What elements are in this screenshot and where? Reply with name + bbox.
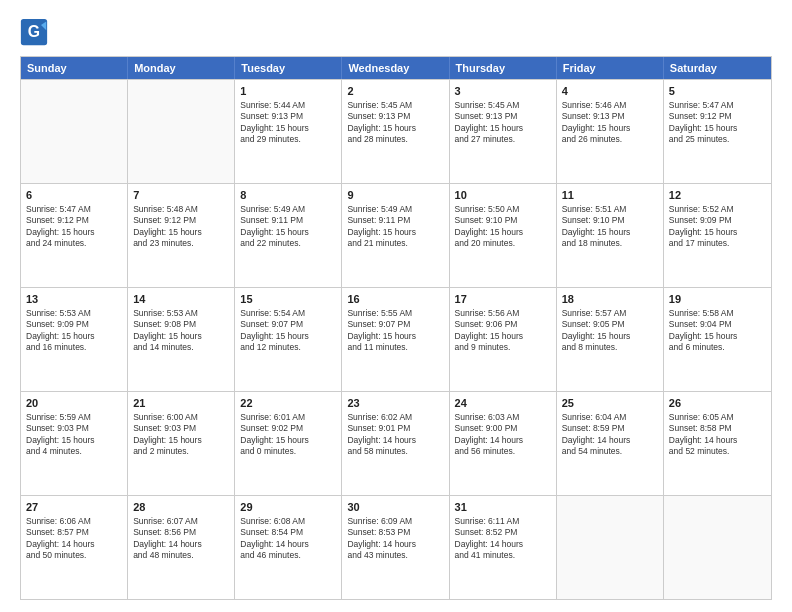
day-number: 8 <box>240 188 336 203</box>
calendar-body: 1Sunrise: 5:44 AM Sunset: 9:13 PM Daylig… <box>21 79 771 599</box>
day-number: 12 <box>669 188 766 203</box>
day-cell-21: 21Sunrise: 6:00 AM Sunset: 9:03 PM Dayli… <box>128 392 235 495</box>
day-info: Sunrise: 5:47 AM Sunset: 9:12 PM Dayligh… <box>26 204 122 250</box>
day-cell-18: 18Sunrise: 5:57 AM Sunset: 9:05 PM Dayli… <box>557 288 664 391</box>
day-number: 15 <box>240 292 336 307</box>
day-info: Sunrise: 5:57 AM Sunset: 9:05 PM Dayligh… <box>562 308 658 354</box>
day-info: Sunrise: 6:11 AM Sunset: 8:52 PM Dayligh… <box>455 516 551 562</box>
day-cell-6: 6Sunrise: 5:47 AM Sunset: 9:12 PM Daylig… <box>21 184 128 287</box>
day-number: 21 <box>133 396 229 411</box>
page: G SundayMondayTuesdayWednesdayThursdayFr… <box>0 0 792 612</box>
header-cell-tuesday: Tuesday <box>235 57 342 79</box>
calendar-header: SundayMondayTuesdayWednesdayThursdayFrid… <box>21 57 771 79</box>
day-info: Sunrise: 5:45 AM Sunset: 9:13 PM Dayligh… <box>455 100 551 146</box>
day-cell-5: 5Sunrise: 5:47 AM Sunset: 9:12 PM Daylig… <box>664 80 771 183</box>
day-number: 9 <box>347 188 443 203</box>
day-number: 28 <box>133 500 229 515</box>
empty-cell <box>128 80 235 183</box>
day-info: Sunrise: 5:58 AM Sunset: 9:04 PM Dayligh… <box>669 308 766 354</box>
day-info: Sunrise: 5:56 AM Sunset: 9:06 PM Dayligh… <box>455 308 551 354</box>
day-cell-20: 20Sunrise: 5:59 AM Sunset: 9:03 PM Dayli… <box>21 392 128 495</box>
calendar-row-5: 27Sunrise: 6:06 AM Sunset: 8:57 PM Dayli… <box>21 495 771 599</box>
day-cell-13: 13Sunrise: 5:53 AM Sunset: 9:09 PM Dayli… <box>21 288 128 391</box>
day-number: 22 <box>240 396 336 411</box>
calendar: SundayMondayTuesdayWednesdayThursdayFrid… <box>20 56 772 600</box>
day-cell-4: 4Sunrise: 5:46 AM Sunset: 9:13 PM Daylig… <box>557 80 664 183</box>
day-number: 10 <box>455 188 551 203</box>
day-info: Sunrise: 5:47 AM Sunset: 9:12 PM Dayligh… <box>669 100 766 146</box>
day-info: Sunrise: 5:52 AM Sunset: 9:09 PM Dayligh… <box>669 204 766 250</box>
day-number: 27 <box>26 500 122 515</box>
day-number: 7 <box>133 188 229 203</box>
day-number: 24 <box>455 396 551 411</box>
calendar-row-1: 1Sunrise: 5:44 AM Sunset: 9:13 PM Daylig… <box>21 79 771 183</box>
header-cell-monday: Monday <box>128 57 235 79</box>
empty-cell <box>664 496 771 599</box>
day-number: 19 <box>669 292 766 307</box>
day-cell-3: 3Sunrise: 5:45 AM Sunset: 9:13 PM Daylig… <box>450 80 557 183</box>
day-number: 2 <box>347 84 443 99</box>
day-info: Sunrise: 6:07 AM Sunset: 8:56 PM Dayligh… <box>133 516 229 562</box>
day-info: Sunrise: 5:49 AM Sunset: 9:11 PM Dayligh… <box>347 204 443 250</box>
day-number: 20 <box>26 396 122 411</box>
day-info: Sunrise: 6:09 AM Sunset: 8:53 PM Dayligh… <box>347 516 443 562</box>
day-number: 4 <box>562 84 658 99</box>
calendar-row-4: 20Sunrise: 5:59 AM Sunset: 9:03 PM Dayli… <box>21 391 771 495</box>
day-info: Sunrise: 6:08 AM Sunset: 8:54 PM Dayligh… <box>240 516 336 562</box>
header-cell-thursday: Thursday <box>450 57 557 79</box>
calendar-row-3: 13Sunrise: 5:53 AM Sunset: 9:09 PM Dayli… <box>21 287 771 391</box>
day-cell-7: 7Sunrise: 5:48 AM Sunset: 9:12 PM Daylig… <box>128 184 235 287</box>
day-info: Sunrise: 5:59 AM Sunset: 9:03 PM Dayligh… <box>26 412 122 458</box>
day-cell-2: 2Sunrise: 5:45 AM Sunset: 9:13 PM Daylig… <box>342 80 449 183</box>
day-cell-27: 27Sunrise: 6:06 AM Sunset: 8:57 PM Dayli… <box>21 496 128 599</box>
day-cell-31: 31Sunrise: 6:11 AM Sunset: 8:52 PM Dayli… <box>450 496 557 599</box>
day-number: 26 <box>669 396 766 411</box>
day-cell-8: 8Sunrise: 5:49 AM Sunset: 9:11 PM Daylig… <box>235 184 342 287</box>
logo: G <box>20 18 52 46</box>
day-number: 18 <box>562 292 658 307</box>
day-cell-11: 11Sunrise: 5:51 AM Sunset: 9:10 PM Dayli… <box>557 184 664 287</box>
day-cell-9: 9Sunrise: 5:49 AM Sunset: 9:11 PM Daylig… <box>342 184 449 287</box>
header: G <box>20 18 772 46</box>
logo-icon: G <box>20 18 48 46</box>
day-cell-30: 30Sunrise: 6:09 AM Sunset: 8:53 PM Dayli… <box>342 496 449 599</box>
header-cell-sunday: Sunday <box>21 57 128 79</box>
day-cell-24: 24Sunrise: 6:03 AM Sunset: 9:00 PM Dayli… <box>450 392 557 495</box>
day-info: Sunrise: 5:50 AM Sunset: 9:10 PM Dayligh… <box>455 204 551 250</box>
empty-cell <box>557 496 664 599</box>
day-info: Sunrise: 5:44 AM Sunset: 9:13 PM Dayligh… <box>240 100 336 146</box>
day-info: Sunrise: 5:55 AM Sunset: 9:07 PM Dayligh… <box>347 308 443 354</box>
day-cell-26: 26Sunrise: 6:05 AM Sunset: 8:58 PM Dayli… <box>664 392 771 495</box>
day-info: Sunrise: 5:48 AM Sunset: 9:12 PM Dayligh… <box>133 204 229 250</box>
day-cell-1: 1Sunrise: 5:44 AM Sunset: 9:13 PM Daylig… <box>235 80 342 183</box>
header-cell-friday: Friday <box>557 57 664 79</box>
day-number: 25 <box>562 396 658 411</box>
day-info: Sunrise: 6:03 AM Sunset: 9:00 PM Dayligh… <box>455 412 551 458</box>
day-cell-29: 29Sunrise: 6:08 AM Sunset: 8:54 PM Dayli… <box>235 496 342 599</box>
day-info: Sunrise: 6:00 AM Sunset: 9:03 PM Dayligh… <box>133 412 229 458</box>
header-cell-saturday: Saturday <box>664 57 771 79</box>
day-info: Sunrise: 5:53 AM Sunset: 9:08 PM Dayligh… <box>133 308 229 354</box>
day-cell-15: 15Sunrise: 5:54 AM Sunset: 9:07 PM Dayli… <box>235 288 342 391</box>
day-info: Sunrise: 5:49 AM Sunset: 9:11 PM Dayligh… <box>240 204 336 250</box>
day-number: 31 <box>455 500 551 515</box>
svg-text:G: G <box>28 23 40 40</box>
calendar-row-2: 6Sunrise: 5:47 AM Sunset: 9:12 PM Daylig… <box>21 183 771 287</box>
day-info: Sunrise: 6:02 AM Sunset: 9:01 PM Dayligh… <box>347 412 443 458</box>
day-info: Sunrise: 5:54 AM Sunset: 9:07 PM Dayligh… <box>240 308 336 354</box>
day-number: 16 <box>347 292 443 307</box>
day-info: Sunrise: 6:01 AM Sunset: 9:02 PM Dayligh… <box>240 412 336 458</box>
day-number: 14 <box>133 292 229 307</box>
day-cell-28: 28Sunrise: 6:07 AM Sunset: 8:56 PM Dayli… <box>128 496 235 599</box>
day-number: 5 <box>669 84 766 99</box>
day-cell-22: 22Sunrise: 6:01 AM Sunset: 9:02 PM Dayli… <box>235 392 342 495</box>
day-cell-12: 12Sunrise: 5:52 AM Sunset: 9:09 PM Dayli… <box>664 184 771 287</box>
day-number: 6 <box>26 188 122 203</box>
day-cell-14: 14Sunrise: 5:53 AM Sunset: 9:08 PM Dayli… <box>128 288 235 391</box>
empty-cell <box>21 80 128 183</box>
day-info: Sunrise: 6:05 AM Sunset: 8:58 PM Dayligh… <box>669 412 766 458</box>
day-number: 3 <box>455 84 551 99</box>
day-number: 11 <box>562 188 658 203</box>
day-number: 29 <box>240 500 336 515</box>
day-cell-19: 19Sunrise: 5:58 AM Sunset: 9:04 PM Dayli… <box>664 288 771 391</box>
